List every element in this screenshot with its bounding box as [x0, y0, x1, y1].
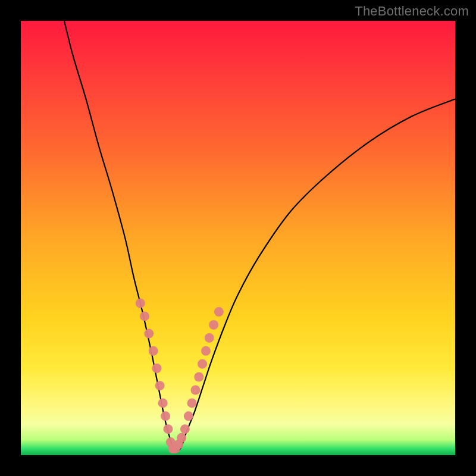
curve-marker	[209, 320, 218, 330]
bottleneck-curve	[64, 21, 455, 451]
curve-marker	[187, 398, 197, 408]
curve-marker	[161, 411, 170, 421]
curve-marker	[155, 381, 165, 390]
curve-group	[64, 21, 455, 451]
curve-marker	[191, 386, 201, 395]
curve-marker	[214, 307, 224, 317]
curve-marker	[184, 411, 193, 421]
curve-marker	[149, 346, 158, 356]
curve-marker	[194, 372, 203, 382]
curve-marker	[136, 299, 145, 308]
curve-marker	[198, 359, 207, 369]
curve-marker	[180, 424, 190, 434]
plot-area	[21, 21, 455, 455]
curve-marker	[177, 433, 186, 443]
watermark-label: TheBottleneck.com	[355, 4, 469, 19]
curve-marker	[144, 329, 154, 339]
chart-frame: TheBottleneck.com	[0, 0, 476, 476]
curve-marker	[201, 346, 211, 356]
curve-marker	[164, 424, 173, 434]
chart-svg	[21, 21, 455, 455]
marker-group	[136, 299, 224, 454]
curve-marker	[205, 333, 214, 343]
curve-marker	[140, 311, 149, 321]
curve-marker	[152, 364, 162, 373]
curve-marker	[158, 398, 168, 408]
